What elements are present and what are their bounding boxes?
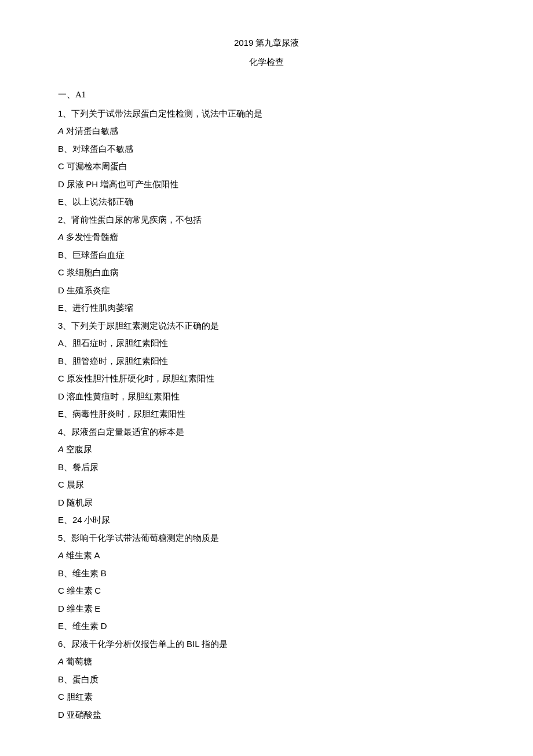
- question-stem: 2、肾前性蛋白尿的常见疾病，不包括: [58, 212, 475, 228]
- option-text: 小时尿: [82, 515, 111, 525]
- option: D 亚硝酸盐: [58, 707, 475, 724]
- option-label: B: [58, 144, 64, 154]
- option-separator: 、: [64, 250, 72, 260]
- option-separator: 、: [64, 303, 72, 312]
- option-label: E: [58, 515, 64, 525]
- option: B、胆管癌时，尿胆红素阳性: [58, 353, 475, 370]
- option-text-roman: D: [101, 621, 107, 631]
- option-text: 维生素: [66, 551, 94, 560]
- option-label: E: [58, 303, 64, 312]
- title-text: 第九章尿液: [253, 38, 299, 48]
- option-text: 多发性骨髓瘤: [66, 232, 118, 242]
- option: B、巨球蛋白血症: [58, 247, 475, 264]
- option-label: A: [58, 232, 64, 242]
- option: C 胆红素: [58, 689, 475, 706]
- option-label: B: [58, 462, 64, 472]
- option-label: D: [58, 391, 64, 401]
- option-separator: 、: [64, 463, 72, 472]
- option-text-roman: E: [94, 604, 100, 613]
- option-text: 葡萄糖: [66, 657, 92, 666]
- section-label: 一、A1: [58, 86, 475, 103]
- option-text: 维生素: [67, 586, 95, 595]
- option: E、维生素 D: [58, 618, 475, 635]
- option: D 随机尿: [58, 495, 475, 511]
- question-stem: 6、尿液干化学分析仪报告单上的 BIL 指的是: [58, 636, 475, 653]
- question-text: 尿液干化学分析仪报告单上的: [71, 639, 187, 649]
- option: A 空腹尿: [58, 441, 475, 458]
- question-number: 1、: [58, 108, 71, 118]
- option-text: 对清蛋白敏感: [66, 126, 118, 136]
- option-label: C: [58, 479, 64, 489]
- question-text: 肾前性蛋白尿的常见疾病，不包括: [71, 215, 202, 224]
- option: A 维生素 A: [58, 547, 475, 564]
- option-label: A: [58, 338, 64, 348]
- option: E、进行性肌肉萎缩: [58, 300, 475, 317]
- option: E、以上说法都正确: [58, 194, 475, 210]
- option-label: E: [58, 409, 64, 419]
- option-text-roman: A: [94, 550, 100, 560]
- option-text: 胆石症时，尿胆红素阳性: [72, 339, 168, 348]
- option-text: 增高也可产生假阳性: [98, 180, 178, 189]
- option: D 尿液 PH 增高也可产生假阳性: [58, 176, 475, 193]
- option: B、餐后尿: [58, 459, 475, 476]
- question-number: 2、: [58, 215, 71, 224]
- option-label: A: [58, 126, 64, 136]
- option-label: C: [58, 586, 64, 595]
- option-label: C: [58, 692, 64, 702]
- option-text: 可漏检本周蛋白: [67, 162, 127, 171]
- option-text: 对球蛋白不敏感: [72, 144, 133, 154]
- option-label: D: [58, 604, 64, 613]
- question-number: 6、: [58, 639, 71, 649]
- option-label: D: [58, 285, 64, 295]
- option: C 原发性胆汁性肝硬化时，尿胆红素阳性: [58, 370, 475, 387]
- question-list: 1、下列关于试带法尿蛋白定性检测，说法中正确的是A 对清蛋白敏感B、对球蛋白不敏…: [58, 106, 475, 724]
- option-label: D: [58, 497, 64, 507]
- document-page: 2019 第九章尿液 化学检查 一、A1 1、下列关于试带法尿蛋白定性检测，说法…: [0, 0, 533, 756]
- option-text: 维生素: [67, 604, 95, 613]
- option-text: 胆红素: [67, 692, 93, 702]
- question-text: 下列关于尿胆红素测定说法不正确的是: [71, 321, 219, 330]
- title-year: 2019: [234, 38, 253, 48]
- option-separator: 、: [64, 339, 72, 348]
- option: D 生殖系炎症: [58, 282, 475, 299]
- option: C 维生素 C: [58, 583, 475, 599]
- option-text: 蛋白质: [72, 675, 98, 684]
- option-text-roman: C: [94, 586, 101, 595]
- option-text: 餐后尿: [72, 463, 98, 472]
- option-separator: 、: [64, 197, 72, 206]
- option: E、病毒性肝炎时，尿胆红素阳性: [58, 406, 475, 423]
- question-number: 5、: [58, 533, 71, 543]
- option-text: 尿液: [67, 180, 86, 189]
- option-text: 病毒性肝炎时，尿胆红素阳性: [72, 409, 185, 419]
- option-label: A: [58, 444, 64, 454]
- question-stem: 5、影响干化学试带法葡萄糖测定的物质是: [58, 530, 475, 547]
- option: D 维生素 E: [58, 601, 475, 617]
- option-text: 巨球蛋白血症: [72, 250, 125, 260]
- option-separator: 、: [64, 515, 72, 525]
- question-stem: 4、尿液蛋白定量最适宜的标本是: [58, 424, 475, 441]
- question-stem: 1、下列关于试带法尿蛋白定性检测，说法中正确的是: [58, 106, 475, 122]
- option: C 晨尿: [58, 477, 475, 493]
- option-label: B: [58, 568, 64, 578]
- option-label: B: [58, 356, 64, 366]
- option: C 可漏检本周蛋白: [58, 158, 475, 175]
- question-text: 指的是: [200, 639, 228, 649]
- option-label: A: [58, 656, 64, 666]
- option-text: 随机尿: [67, 498, 93, 507]
- option-text: 浆细胞白血病: [67, 268, 119, 277]
- option-label: C: [58, 161, 64, 171]
- option-label: E: [58, 197, 64, 206]
- option-text-roman: PH: [86, 179, 98, 189]
- option-text: 溶血性黄疸时，尿胆红素阳性: [67, 392, 180, 401]
- option: A、胆石症时，尿胆红素阳性: [58, 335, 475, 352]
- option-label: D: [58, 179, 64, 189]
- option-text: 以上说法都正确: [72, 197, 133, 206]
- option-text: 空腹尿: [66, 445, 92, 454]
- option-label: B: [58, 674, 64, 684]
- option: C 浆细胞白血病: [58, 264, 475, 281]
- question-text: 影响干化学试带法葡萄糖测定的物质是: [71, 533, 219, 543]
- option-text: 亚硝酸盐: [67, 710, 101, 719]
- option: B、维生素 B: [58, 565, 475, 582]
- option-text: 维生素: [72, 569, 101, 578]
- option-text-roman: B: [101, 568, 107, 578]
